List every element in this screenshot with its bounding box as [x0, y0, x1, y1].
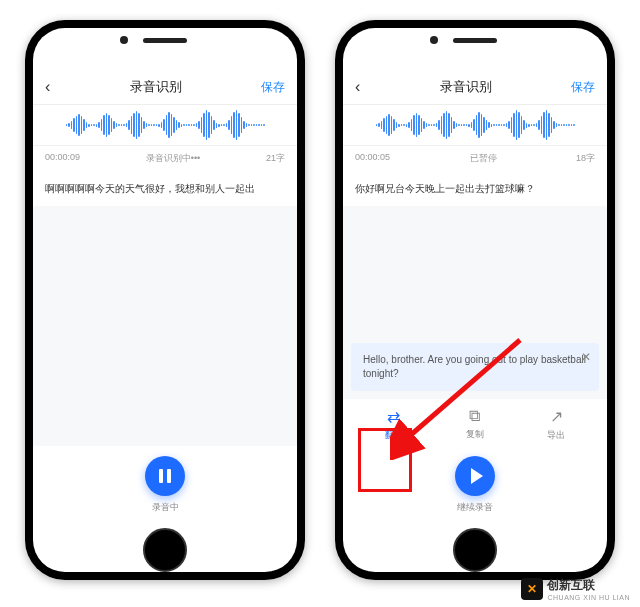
back-button[interactable]: ‹ — [45, 78, 50, 96]
watermark: ✕ 创新互联 CHUANG XIN HU LIAN — [521, 577, 630, 601]
close-icon[interactable]: ✕ — [581, 349, 591, 366]
save-button[interactable]: 保存 — [261, 79, 285, 96]
copy-icon: ⧉ — [469, 407, 480, 425]
char-count: 21字 — [266, 152, 285, 165]
action-row: ⇄ 翻译 ⧉ 复制 ↗ 导出 — [343, 399, 607, 446]
recording-label: 继续录音 — [343, 501, 607, 514]
waveform — [343, 105, 607, 146]
save-button[interactable]: 保存 — [571, 79, 595, 96]
page-title: 录音识别 — [440, 78, 492, 96]
phone-speaker — [453, 38, 497, 43]
info-row: 00:00:05 已暂停 18字 — [343, 146, 607, 171]
char-count: 18字 — [576, 152, 595, 165]
export-action[interactable]: ↗ 导出 — [531, 407, 581, 442]
translation-card: Hello, brother. Are you going out to pla… — [351, 343, 599, 391]
play-icon — [471, 468, 483, 484]
elapsed-time: 00:00:05 — [355, 152, 390, 165]
navbar: ‹ 录音识别 保存 — [33, 70, 297, 105]
copy-action[interactable]: ⧉ 复制 — [450, 407, 500, 442]
pause-icon — [159, 469, 171, 483]
bottom-bar: 继续录音 — [343, 446, 607, 522]
watermark-sub: CHUANG XIN HU LIAN — [547, 594, 630, 601]
pause-button[interactable] — [145, 456, 185, 496]
phone-left: ‹ 录音识别 保存 00:00:09 录音识别中••• 21字 啊啊啊啊啊今天的… — [25, 20, 305, 580]
phone-speaker — [143, 38, 187, 43]
translate-action[interactable]: ⇄ 翻译 — [369, 407, 419, 442]
home-button[interactable] — [143, 528, 187, 572]
translate-icon: ⇄ — [387, 407, 400, 426]
phone-camera — [430, 36, 438, 44]
transcript-text: 你好啊兄台今天晚上一起出去打篮球嘛？ — [343, 171, 607, 206]
copy-label: 复制 — [466, 428, 484, 441]
navbar: ‹ 录音识别 保存 — [343, 70, 607, 105]
bottom-bar: 录音中 — [33, 446, 297, 522]
transcript-text: 啊啊啊啊啊今天的天气很好，我想和别人一起出 — [33, 171, 297, 206]
phone-camera — [120, 36, 128, 44]
export-icon: ↗ — [550, 407, 563, 426]
status-text: 已暂停 — [470, 152, 497, 165]
waveform — [33, 105, 297, 146]
recording-label: 录音中 — [33, 501, 297, 514]
export-label: 导出 — [547, 429, 565, 442]
elapsed-time: 00:00:09 — [45, 152, 80, 165]
page-title: 录音识别 — [130, 78, 182, 96]
watermark-brand: 创新互联 — [547, 577, 630, 594]
back-button[interactable]: ‹ — [355, 78, 360, 96]
phone-right: ‹ 录音识别 保存 00:00:05 已暂停 18字 你好啊兄台今天晚上一起出去… — [335, 20, 615, 580]
watermark-logo-icon: ✕ — [521, 578, 543, 600]
status-text: 录音识别中••• — [146, 152, 200, 165]
translation-text: Hello, brother. Are you going out to pla… — [363, 354, 586, 379]
home-button[interactable] — [453, 528, 497, 572]
play-button[interactable] — [455, 456, 495, 496]
info-row: 00:00:09 录音识别中••• 21字 — [33, 146, 297, 171]
translate-label: 翻译 — [385, 429, 403, 442]
